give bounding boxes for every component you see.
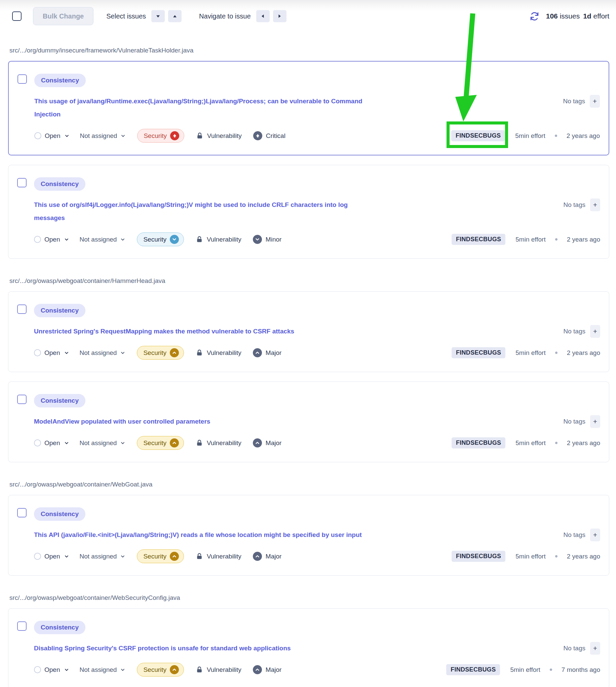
effort-label: 5min effort (515, 349, 545, 357)
assignee-dropdown[interactable]: Not assigned (79, 553, 126, 560)
security-quality-badge[interactable]: Security (137, 663, 184, 677)
assignee-dropdown[interactable]: Not assigned (79, 236, 126, 243)
assignee-dropdown[interactable]: Not assigned (79, 666, 126, 673)
issue-title-link[interactable]: ModelAndView populated with user control… (34, 415, 564, 428)
select-prev-icon (173, 15, 177, 18)
dot-separator (555, 351, 557, 354)
quality-label: Security (143, 666, 167, 673)
issue-title-link[interactable]: This use of org/slf4j/Logger.info(Ljava/… (34, 198, 564, 224)
type-label: Vulnerability (207, 349, 241, 357)
quality-label: Security (143, 439, 167, 447)
assignee-label: Not assigned (79, 666, 117, 673)
assignee-dropdown[interactable]: Not assigned (80, 132, 126, 139)
dot-separator (555, 442, 557, 444)
security-quality-badge[interactable]: Security (137, 346, 184, 360)
assignee-label: Not assigned (79, 236, 117, 243)
assignee-label: Not assigned (79, 439, 117, 447)
add-tag-button[interactable]: + (590, 325, 600, 338)
severity-label: Major (266, 439, 282, 447)
type-label: Vulnerability (207, 666, 241, 673)
severity-icon (253, 552, 262, 561)
status-dropdown[interactable]: Open (34, 666, 69, 673)
assignee-dropdown[interactable]: Not assigned (79, 349, 126, 357)
severity-icon (253, 348, 262, 357)
dot-separator (555, 134, 557, 137)
severity-control[interactable]: Major (253, 552, 282, 561)
issue-title-link[interactable]: This API (java/io/File.<init>(Ljava/lang… (34, 528, 564, 541)
meta-row: Open Not assigned Security (34, 129, 600, 143)
navigate-next-button[interactable] (273, 10, 286, 22)
file-group: src/.../org/owasp/webgoat/container/WebG… (8, 480, 609, 576)
chevron-down-icon (120, 441, 126, 446)
navigate-prev-button[interactable] (256, 10, 270, 22)
issue-card: Consistency Unrestricted Spring's Reques… (8, 291, 609, 372)
tags-cluster: No tags + (564, 528, 600, 541)
rule-tag-badge: FINDSECBUGS (451, 130, 505, 141)
select-next-icon (156, 15, 160, 18)
meta-right: FINDSECBUGS 5min effort 2 years ago (452, 234, 600, 245)
issue-checkbox[interactable] (17, 621, 26, 631)
status-dropdown[interactable]: Open (34, 132, 70, 139)
issue-checkbox[interactable] (17, 178, 26, 187)
assignee-dropdown[interactable]: Not assigned (79, 439, 126, 447)
open-status-icon (34, 439, 41, 447)
issue-type: Vulnerability (196, 553, 241, 560)
category-badge: Consistency (34, 74, 86, 87)
issue-checkbox[interactable] (17, 304, 26, 314)
quality-severity-icon (170, 131, 179, 140)
select-all-checkbox[interactable] (12, 12, 22, 21)
issue-title-link[interactable]: Disabling Spring Security's CSRF protect… (34, 642, 564, 655)
issue-type: Vulnerability (196, 349, 241, 357)
add-tag-button[interactable]: + (590, 198, 600, 211)
add-tag-button[interactable]: + (590, 529, 600, 541)
issues-count-value: 106 (546, 12, 558, 20)
chevron-down-icon (64, 441, 69, 446)
security-quality-badge[interactable]: Security (137, 436, 184, 450)
select-next-issue-button[interactable] (151, 10, 165, 22)
security-quality-badge[interactable]: Security (137, 233, 184, 246)
unlock-icon (196, 236, 203, 243)
meta-row: Open Not assigned Security (34, 346, 600, 360)
severity-control[interactable]: Major (253, 348, 282, 357)
issues-toolbar: Bulk Change Select issues Navigate to is… (8, 7, 609, 25)
severity-control[interactable]: Minor (253, 235, 282, 244)
issue-checkbox[interactable] (18, 74, 27, 84)
severity-control[interactable]: Major (253, 665, 282, 674)
meta-right: FINDSECBUGS 5min effort 2 years ago (452, 551, 600, 562)
title-row: ModelAndView populated with user control… (34, 415, 600, 428)
issue-checkbox[interactable] (17, 395, 26, 404)
severity-icon (253, 438, 262, 448)
toolbar-summary: 106 issues1d effort (530, 12, 609, 21)
security-quality-badge[interactable]: Security (137, 550, 184, 563)
issue-title-link[interactable]: This usage of java/lang/Runtime.exec(Lja… (34, 94, 563, 121)
unlock-icon (196, 666, 203, 673)
category-badge: Consistency (34, 507, 85, 521)
rule-tag-badge: FINDSECBUGS (452, 551, 505, 562)
quality-label: Security (144, 132, 167, 139)
status-dropdown[interactable]: Open (34, 236, 69, 243)
title-row: Disabling Spring Security's CSRF protect… (34, 642, 600, 655)
severity-control[interactable]: Critical (253, 131, 285, 140)
add-tag-button[interactable]: + (590, 642, 600, 655)
severity-label: Critical (266, 132, 285, 139)
add-tag-button[interactable]: + (590, 415, 600, 428)
status-dropdown[interactable]: Open (34, 349, 69, 357)
status-dropdown[interactable]: Open (34, 439, 69, 447)
add-tag-button[interactable]: + (590, 95, 600, 108)
select-prev-issue-button[interactable] (168, 10, 181, 22)
findsecbugs-wrap: FINDSECBUGS (452, 551, 505, 562)
effort-label: 5min effort (515, 553, 545, 560)
dot-separator (555, 238, 557, 240)
navigate-to-issue-label: Navigate to issue (199, 13, 250, 20)
severity-icon (253, 235, 262, 244)
select-issues-label: Select issues (106, 13, 146, 20)
refresh-icon[interactable] (530, 12, 539, 21)
bulk-change-button[interactable]: Bulk Change (33, 7, 93, 25)
issue-title-link[interactable]: Unrestricted Spring's RequestMapping mak… (34, 325, 564, 338)
security-quality-badge[interactable]: Security (137, 129, 184, 143)
status-dropdown[interactable]: Open (34, 553, 69, 560)
age-label: 2 years ago (567, 439, 600, 447)
severity-control[interactable]: Major (253, 438, 282, 448)
issue-checkbox[interactable] (17, 508, 26, 517)
age-label: 2 years ago (567, 349, 600, 357)
